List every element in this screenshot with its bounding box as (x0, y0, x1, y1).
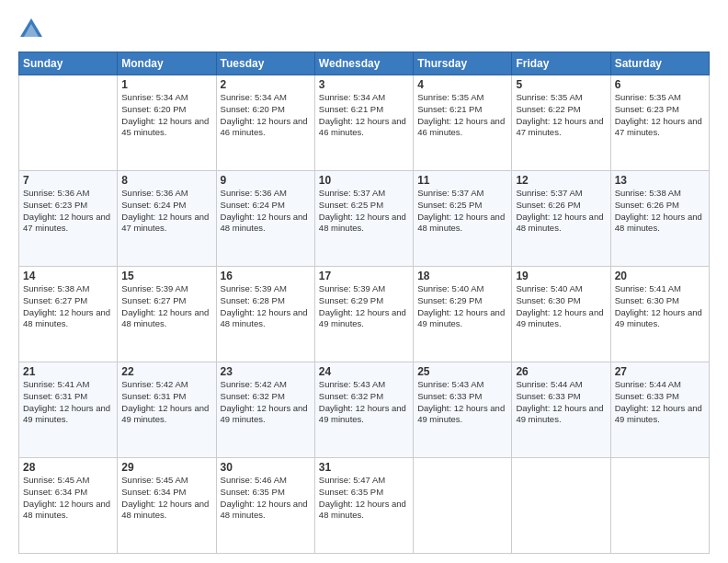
day-number: 13 (615, 174, 705, 187)
day-number: 1 (121, 78, 211, 91)
day-info: Sunrise: 5:44 AM Sunset: 6:33 PM Dayligh… (516, 379, 606, 426)
day-number: 26 (516, 365, 606, 378)
calendar-cell: 23Sunrise: 5:42 AM Sunset: 6:32 PM Dayli… (216, 362, 314, 458)
calendar-cell: 21Sunrise: 5:41 AM Sunset: 6:31 PM Dayli… (19, 362, 118, 458)
day-info: Sunrise: 5:38 AM Sunset: 6:26 PM Dayligh… (615, 188, 705, 235)
calendar-cell: 13Sunrise: 5:38 AM Sunset: 6:26 PM Dayli… (610, 171, 709, 267)
day-info: Sunrise: 5:47 AM Sunset: 6:35 PM Dayligh… (319, 475, 409, 522)
day-info: Sunrise: 5:34 AM Sunset: 6:20 PM Dayligh… (221, 92, 311, 139)
day-info: Sunrise: 5:37 AM Sunset: 6:25 PM Dayligh… (417, 188, 507, 235)
calendar-cell (19, 75, 118, 171)
weekday-monday: Monday (118, 52, 216, 75)
week-row-2: 7Sunrise: 5:36 AM Sunset: 6:23 PM Daylig… (19, 171, 710, 267)
calendar-cell: 9Sunrise: 5:36 AM Sunset: 6:24 PM Daylig… (216, 171, 314, 267)
calendar-cell: 4Sunrise: 5:35 AM Sunset: 6:21 PM Daylig… (414, 75, 512, 171)
day-number: 20 (615, 270, 705, 282)
calendar-cell: 24Sunrise: 5:43 AM Sunset: 6:32 PM Dayli… (314, 362, 413, 458)
week-row-5: 28Sunrise: 5:45 AM Sunset: 6:34 PM Dayli… (19, 458, 710, 554)
day-info: Sunrise: 5:43 AM Sunset: 6:32 PM Dayligh… (319, 379, 409, 426)
logo-icon (18, 17, 44, 42)
calendar-cell: 5Sunrise: 5:35 AM Sunset: 6:22 PM Daylig… (512, 75, 610, 171)
calendar-cell: 11Sunrise: 5:37 AM Sunset: 6:25 PM Dayli… (414, 171, 512, 267)
calendar-cell: 27Sunrise: 5:44 AM Sunset: 6:33 PM Dayli… (610, 362, 709, 458)
day-info: Sunrise: 5:46 AM Sunset: 6:35 PM Dayligh… (221, 475, 311, 522)
calendar-cell: 19Sunrise: 5:40 AM Sunset: 6:30 PM Dayli… (512, 267, 610, 362)
calendar-cell: 8Sunrise: 5:36 AM Sunset: 6:24 PM Daylig… (118, 171, 216, 267)
day-number: 12 (516, 174, 606, 187)
day-info: Sunrise: 5:41 AM Sunset: 6:31 PM Dayligh… (23, 379, 113, 426)
day-number: 29 (121, 461, 211, 474)
page: SundayMondayTuesdayWednesdayThursdayFrid… (0, 0, 728, 563)
day-info: Sunrise: 5:35 AM Sunset: 6:22 PM Dayligh… (516, 92, 606, 139)
calendar-cell: 6Sunrise: 5:35 AM Sunset: 6:23 PM Daylig… (610, 75, 709, 171)
day-info: Sunrise: 5:42 AM Sunset: 6:32 PM Dayligh… (221, 379, 311, 426)
calendar-cell: 16Sunrise: 5:39 AM Sunset: 6:28 PM Dayli… (216, 267, 314, 362)
weekday-header-row: SundayMondayTuesdayWednesdayThursdayFrid… (19, 52, 710, 75)
day-number: 3 (319, 78, 409, 91)
weekday-friday: Friday (512, 52, 610, 75)
day-info: Sunrise: 5:45 AM Sunset: 6:34 PM Dayligh… (23, 475, 113, 522)
calendar-cell: 3Sunrise: 5:34 AM Sunset: 6:21 PM Daylig… (314, 75, 413, 171)
day-number: 9 (221, 174, 311, 187)
day-info: Sunrise: 5:41 AM Sunset: 6:30 PM Dayligh… (615, 283, 705, 330)
day-number: 15 (121, 270, 211, 282)
calendar-cell: 1Sunrise: 5:34 AM Sunset: 6:20 PM Daylig… (118, 75, 216, 171)
calendar-cell: 7Sunrise: 5:36 AM Sunset: 6:23 PM Daylig… (19, 171, 118, 267)
calendar-cell: 12Sunrise: 5:37 AM Sunset: 6:26 PM Dayli… (512, 171, 610, 267)
calendar-cell (512, 458, 610, 554)
calendar-cell: 30Sunrise: 5:46 AM Sunset: 6:35 PM Dayli… (216, 458, 314, 554)
day-info: Sunrise: 5:40 AM Sunset: 6:30 PM Dayligh… (516, 283, 606, 330)
weekday-saturday: Saturday (610, 52, 709, 75)
logo (18, 17, 48, 42)
day-number: 24 (319, 365, 409, 378)
weekday-sunday: Sunday (19, 52, 118, 75)
day-number: 5 (516, 78, 606, 91)
day-number: 19 (516, 270, 606, 282)
calendar-cell: 29Sunrise: 5:45 AM Sunset: 6:34 PM Dayli… (118, 458, 216, 554)
calendar-cell: 28Sunrise: 5:45 AM Sunset: 6:34 PM Dayli… (19, 458, 118, 554)
day-info: Sunrise: 5:39 AM Sunset: 6:27 PM Dayligh… (121, 283, 211, 330)
day-number: 30 (221, 461, 311, 474)
day-info: Sunrise: 5:34 AM Sunset: 6:21 PM Dayligh… (319, 92, 409, 139)
calendar-table: SundayMondayTuesdayWednesdayThursdayFrid… (18, 52, 710, 554)
calendar-cell: 20Sunrise: 5:41 AM Sunset: 6:30 PM Dayli… (610, 267, 709, 362)
day-info: Sunrise: 5:44 AM Sunset: 6:33 PM Dayligh… (615, 379, 705, 426)
header (18, 17, 710, 42)
day-info: Sunrise: 5:43 AM Sunset: 6:33 PM Dayligh… (417, 379, 507, 426)
calendar-cell (414, 458, 512, 554)
weekday-thursday: Thursday (414, 52, 512, 75)
day-number: 16 (221, 270, 311, 282)
day-number: 10 (319, 174, 409, 187)
day-number: 14 (23, 270, 113, 282)
day-number: 28 (23, 461, 113, 474)
calendar-cell: 22Sunrise: 5:42 AM Sunset: 6:31 PM Dayli… (118, 362, 216, 458)
day-info: Sunrise: 5:34 AM Sunset: 6:20 PM Dayligh… (121, 92, 211, 139)
week-row-4: 21Sunrise: 5:41 AM Sunset: 6:31 PM Dayli… (19, 362, 710, 458)
day-number: 11 (417, 174, 507, 187)
calendar-cell: 14Sunrise: 5:38 AM Sunset: 6:27 PM Dayli… (19, 267, 118, 362)
day-number: 7 (23, 174, 113, 187)
day-info: Sunrise: 5:35 AM Sunset: 6:21 PM Dayligh… (417, 92, 507, 139)
week-row-1: 1Sunrise: 5:34 AM Sunset: 6:20 PM Daylig… (19, 75, 710, 171)
day-number: 31 (319, 461, 409, 474)
calendar-cell: 18Sunrise: 5:40 AM Sunset: 6:29 PM Dayli… (414, 267, 512, 362)
day-info: Sunrise: 5:36 AM Sunset: 6:24 PM Dayligh… (121, 188, 211, 235)
day-number: 17 (319, 270, 409, 282)
day-number: 21 (23, 365, 113, 378)
day-number: 23 (221, 365, 311, 378)
day-info: Sunrise: 5:45 AM Sunset: 6:34 PM Dayligh… (121, 475, 211, 522)
day-number: 22 (121, 365, 211, 378)
calendar-cell: 31Sunrise: 5:47 AM Sunset: 6:35 PM Dayli… (314, 458, 413, 554)
day-info: Sunrise: 5:37 AM Sunset: 6:26 PM Dayligh… (516, 188, 606, 235)
weekday-tuesday: Tuesday (216, 52, 314, 75)
day-number: 6 (615, 78, 705, 91)
calendar-cell: 25Sunrise: 5:43 AM Sunset: 6:33 PM Dayli… (414, 362, 512, 458)
day-info: Sunrise: 5:38 AM Sunset: 6:27 PM Dayligh… (23, 283, 113, 330)
day-info: Sunrise: 5:39 AM Sunset: 6:28 PM Dayligh… (221, 283, 311, 330)
calendar-cell: 10Sunrise: 5:37 AM Sunset: 6:25 PM Dayli… (314, 171, 413, 267)
day-info: Sunrise: 5:39 AM Sunset: 6:29 PM Dayligh… (319, 283, 409, 330)
day-number: 8 (121, 174, 211, 187)
weekday-wednesday: Wednesday (314, 52, 413, 75)
day-number: 4 (417, 78, 507, 91)
day-info: Sunrise: 5:42 AM Sunset: 6:31 PM Dayligh… (121, 379, 211, 426)
